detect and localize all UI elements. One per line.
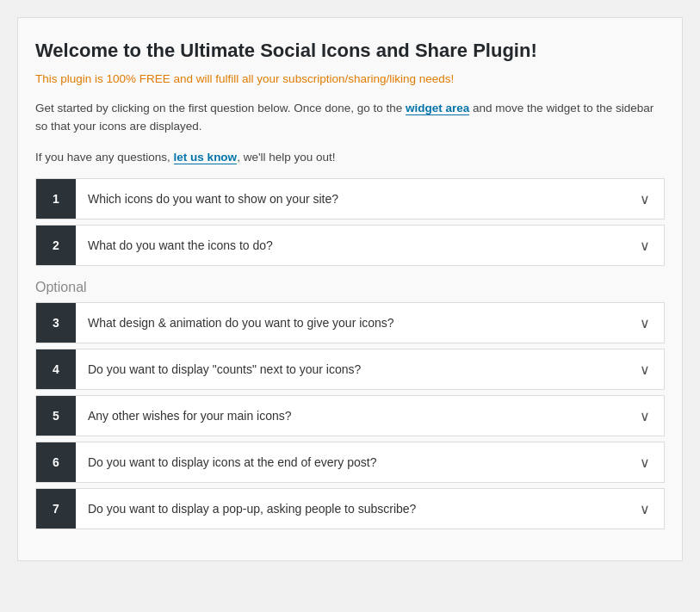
accordion-number-6: 6 xyxy=(36,442,76,482)
accordion-chevron-1: ∨ xyxy=(626,180,664,219)
description-2-prefix: If you have any questions, xyxy=(35,151,174,164)
accordion-item-5[interactable]: 5 Any other wishes for your main icons? … xyxy=(35,395,665,436)
accordion-label-7: Do you want to display a pop-up, asking … xyxy=(76,491,626,527)
accordion-item-6[interactable]: 6 Do you want to display icons at the en… xyxy=(35,442,665,483)
accordion-number-1: 1 xyxy=(36,179,76,219)
accordion-chevron-4: ∨ xyxy=(626,350,664,389)
accordion-number-3: 3 xyxy=(36,303,76,343)
accordion-chevron-7: ∨ xyxy=(626,490,664,529)
accordion-chevron-6: ∨ xyxy=(626,443,664,482)
main-container: Welcome to the Ultimate Social Icons and… xyxy=(17,17,683,561)
accordion-item-7[interactable]: 7 Do you want to display a pop-up, askin… xyxy=(35,488,665,529)
accordion-chevron-3: ∨ xyxy=(626,304,664,343)
let-us-know-link[interactable]: let us know xyxy=(174,151,238,164)
page-title: Welcome to the Ultimate Social Icons and… xyxy=(35,39,665,64)
accordion-chevron-5: ∨ xyxy=(626,397,664,436)
description-2: If you have any questions, let us know, … xyxy=(35,148,665,167)
accordion-item-1[interactable]: 1 Which icons do you want to show on you… xyxy=(35,178,665,219)
optional-label: Optional xyxy=(35,280,665,295)
subtitle: This plugin is 100% FREE and will fulfil… xyxy=(35,72,665,85)
required-accordion-group: 1 Which icons do you want to show on you… xyxy=(35,178,665,266)
accordion-label-2: What do you want the icons to do? xyxy=(76,227,626,263)
accordion-number-7: 7 xyxy=(36,489,76,529)
accordion-item-3[interactable]: 3 What design & animation do you want to… xyxy=(35,302,665,343)
description-2-suffix: , we'll help you out! xyxy=(237,151,335,164)
description-1-text: Get started by clicking on the first que… xyxy=(35,102,406,114)
optional-accordion-group: 3 What design & animation do you want to… xyxy=(35,302,665,529)
accordion-number-5: 5 xyxy=(36,396,76,436)
accordion-label-3: What design & animation do you want to g… xyxy=(76,305,626,341)
accordion-label-5: Any other wishes for your main icons? xyxy=(76,398,626,434)
accordion-label-1: Which icons do you want to show on your … xyxy=(76,181,626,217)
description-1: Get started by clicking on the first que… xyxy=(35,99,665,136)
accordion-number-2: 2 xyxy=(36,226,76,265)
accordion-label-4: Do you want to display "counts" next to … xyxy=(76,351,626,387)
accordion-item-4[interactable]: 4 Do you want to display "counts" next t… xyxy=(35,349,665,390)
accordion-label-6: Do you want to display icons at the end … xyxy=(76,444,626,480)
widget-area-link[interactable]: widget area xyxy=(406,102,469,115)
accordion-number-4: 4 xyxy=(36,349,76,389)
accordion-chevron-2: ∨ xyxy=(626,226,664,265)
accordion-item-2[interactable]: 2 What do you want the icons to do? ∨ xyxy=(35,225,665,266)
